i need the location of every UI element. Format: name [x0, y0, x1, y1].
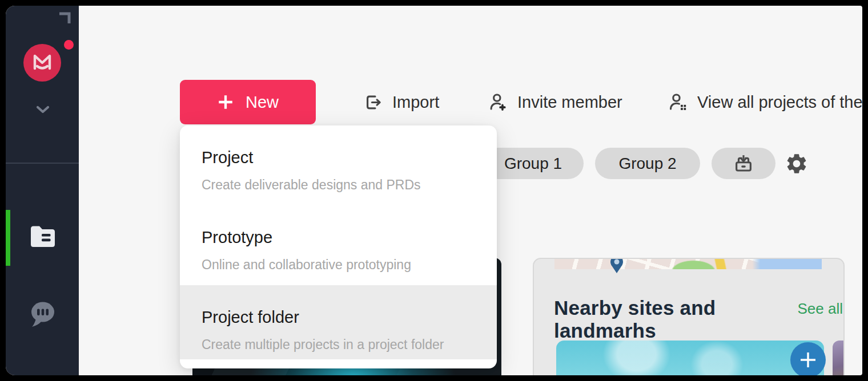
invite-member-button[interactable]: Invite member	[488, 80, 622, 124]
archive-button[interactable]	[712, 148, 775, 179]
group-2-label: Group 2	[618, 155, 676, 173]
project-thumbnail-card[interactable]: Nearby sites and landmarhs See all	[533, 258, 845, 375]
group-1-button[interactable]: Group 1	[483, 148, 584, 179]
import-button[interactable]: Import	[364, 80, 439, 124]
menu-item-description: Create multiple projects in a project fo…	[202, 336, 475, 353]
menu-item-title: Prototype	[202, 226, 475, 249]
map-pin-icon	[607, 258, 626, 274]
invite-member-label: Invite member	[517, 93, 622, 112]
view-all-projects-button[interactable]: View all projects of the	[668, 80, 862, 124]
active-indicator	[6, 210, 10, 266]
person-add-icon	[488, 92, 508, 112]
archive-icon	[733, 153, 754, 175]
see-all-link[interactable]: See all	[798, 300, 843, 318]
sidebar	[6, 6, 79, 375]
view-all-projects-label: View all projects of the	[697, 93, 862, 112]
sidebar-divider	[6, 163, 79, 164]
import-icon	[364, 93, 383, 112]
add-fab-button[interactable]	[790, 342, 826, 375]
card-heading-row: Nearby sites and landmarhs See all	[554, 297, 823, 342]
menu-item-title: Project folder	[202, 306, 475, 329]
map-preview	[554, 259, 822, 269]
app-window: Nearby sites and landmarhs See all Group…	[6, 6, 862, 375]
sidebar-item-chat[interactable]	[30, 300, 56, 330]
plus-icon	[217, 94, 234, 111]
settings-gear-icon[interactable]	[785, 152, 809, 176]
card-title: Nearby sites and landmarhs	[554, 297, 823, 342]
logo-m-icon	[30, 50, 55, 75]
person-grid-icon	[668, 92, 688, 112]
folder-icon	[30, 224, 56, 249]
menu-item-title: Project	[202, 146, 475, 169]
menu-item-description: Online and collaborative prototyping	[202, 256, 475, 273]
workspace-logo[interactable]	[23, 44, 61, 82]
landmark-photo-2	[833, 341, 845, 375]
chat-icon	[30, 300, 56, 330]
group-2-button[interactable]: Group 2	[595, 148, 700, 179]
corner-arrow-icon[interactable]	[56, 9, 73, 26]
notification-dot	[64, 40, 74, 50]
group-1-label: Group 1	[504, 155, 562, 173]
menu-item-prototype[interactable]: Prototype Online and collaborative proto…	[180, 205, 497, 285]
menu-item-project[interactable]: Project Create deliverable designs and P…	[180, 125, 497, 205]
new-button-label: New	[246, 93, 279, 112]
import-label: Import	[392, 93, 439, 112]
menu-item-project-folder[interactable]: Project folder Create multiple projects …	[180, 285, 497, 359]
new-dropdown-menu: Project Create deliverable designs and P…	[180, 125, 497, 368]
chevron-down-icon[interactable]	[35, 105, 50, 115]
landmark-photo	[556, 341, 824, 375]
menu-item-description: Create deliverable designs and PRDs	[202, 176, 475, 193]
sidebar-item-projects[interactable]	[30, 224, 56, 249]
plus-icon	[798, 350, 818, 370]
new-button[interactable]: New	[180, 80, 316, 124]
